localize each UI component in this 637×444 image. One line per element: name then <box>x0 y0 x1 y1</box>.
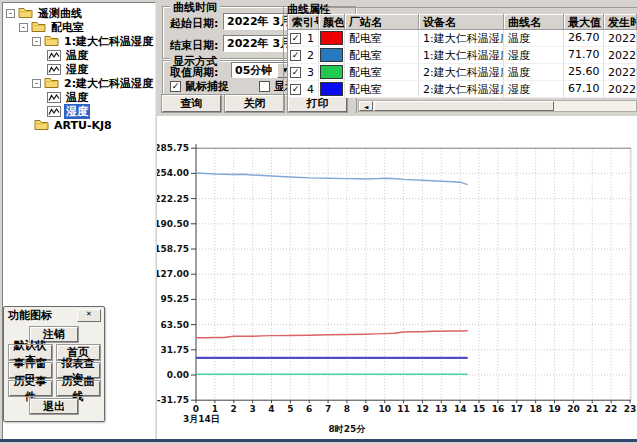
tree-item[interactable]: 温度 <box>3 48 155 62</box>
function-button-历史曲线[interactable]: 历史曲线 <box>57 381 100 396</box>
query-button[interactable]: 查询 <box>162 95 221 112</box>
row-checkbox[interactable]: ✓ <box>290 33 301 44</box>
y-axis-label: 190.50 <box>157 219 189 229</box>
table-row[interactable]: ✓4配电室2:建大仁科温湿度湿度67.102022年3 <box>288 81 637 98</box>
x-axis-label: 16 <box>492 404 505 414</box>
x-axis-label: 19 <box>548 404 561 414</box>
row-checkbox[interactable]: ✓ <box>290 50 301 61</box>
x-axis-label: 12 <box>416 404 429 414</box>
tree-item[interactable]: 湿度 <box>3 62 155 76</box>
curve-color-swatch <box>320 48 343 62</box>
scrollbar-thumb[interactable] <box>374 101 554 111</box>
scroll-left-icon[interactable]: ◄ <box>359 101 373 111</box>
tree-item-label: 温度 <box>64 90 90 105</box>
folder-icon <box>34 119 49 131</box>
properties-left-divider <box>283 7 284 112</box>
tree-item[interactable]: -2:建大仁科温湿度 <box>3 76 155 90</box>
time-cell: 2022年3 <box>604 64 637 81</box>
row-checkbox[interactable]: ✓ <box>290 67 301 78</box>
function-button-退出[interactable]: 退出 <box>30 399 78 414</box>
tree-item-label: 2:建大仁科温湿度 <box>62 76 155 91</box>
close-button[interactable]: 关闭 <box>225 95 284 112</box>
color-cell <box>319 64 345 81</box>
function-panel-titlebar[interactable]: 功能图标 ✕ <box>4 307 104 323</box>
tree-item[interactable]: 温度 <box>3 90 155 104</box>
chart-icon <box>47 50 61 61</box>
y-axis-label: -31.75 <box>157 395 189 405</box>
main-window: { "ui_colors": {"background": "#d6d3ce",… <box>0 0 637 444</box>
tree-expander-icon[interactable]: - <box>19 23 28 32</box>
table-header-cell[interactable]: 设备名 <box>419 14 504 30</box>
mouse-capture-checkbox[interactable]: ✓ 鼠标捕捉 <box>170 79 229 94</box>
table-header-cell[interactable]: 厂站名 <box>345 14 419 30</box>
y-axis-label: 31.75 <box>161 345 189 355</box>
curve-properties-table: 索引号颜色厂站名设备名曲线名最大值发生时间✓1配电室1:建大仁科温湿度温度26.… <box>287 14 637 98</box>
table-header-cell[interactable]: 最大值 <box>564 14 604 30</box>
x-axis-label: 20 <box>567 404 580 414</box>
table-header-cell[interactable]: 发生时间 <box>604 14 637 30</box>
y-axis-label: 95.25 <box>161 294 189 304</box>
time-cell: 2022年3 <box>604 30 637 47</box>
time-cell: 2022年3 <box>604 47 637 64</box>
tree-expander-icon[interactable]: - <box>6 9 15 18</box>
x-axis-label: 21 <box>586 404 599 414</box>
x-axis-label: 11 <box>397 404 410 414</box>
tree-item-label: 配电室 <box>49 20 86 35</box>
max-value-cell: 25.60 <box>564 64 604 81</box>
tree-item[interactable]: -配电室 <box>3 20 155 34</box>
table-row[interactable]: ✓1配电室1:建大仁科温湿度温度26.702022年3 <box>288 30 637 47</box>
tree-item-label: ARTU-KJ8 <box>52 119 114 132</box>
table-header-cell[interactable]: 颜色 <box>319 14 345 30</box>
end-date-label: 结束日期: <box>170 38 218 53</box>
y-axis-label: 63.50 <box>161 320 189 330</box>
tree-expander-icon[interactable]: - <box>32 37 41 46</box>
trend-chart-svg: 285.75254.00222.25190.50158.75127.0095.2… <box>157 116 637 440</box>
tree-item[interactable]: -遥测曲线 <box>3 6 155 20</box>
x-axis-label: 5 <box>287 404 293 414</box>
x-axis-label: 17 <box>511 404 524 414</box>
table-row[interactable]: ✓2配电室1:建大仁科温湿度湿度71.702022年3 <box>288 47 637 64</box>
y-axis-label: 127.00 <box>157 269 189 279</box>
function-panel-body: 注销默认状态首页事件窗口报表查询历史事件历史曲线退出 <box>4 323 104 414</box>
tree-item[interactable]: 湿度 <box>3 104 155 118</box>
function-button-历史事件[interactable]: 历史事件 <box>9 381 52 396</box>
x-axis-label: 2 <box>231 404 237 414</box>
properties-h-scrollbar[interactable]: ◄ <box>358 100 637 112</box>
index-cell: ✓2 <box>288 47 319 64</box>
tree-item[interactable]: ARTU-KJ8 <box>3 118 155 132</box>
max-value-cell: 26.70 <box>564 30 604 47</box>
max-value-cell: 67.10 <box>564 81 604 98</box>
table-header-cell[interactable]: 曲线名 <box>504 14 564 30</box>
row-checkbox[interactable]: ✓ <box>290 84 301 95</box>
table-row[interactable]: ✓3配电室2:建大仁科温湿度温度25.602022年3 <box>288 64 637 81</box>
curve-time-group-label: 曲线时间 <box>170 0 220 15</box>
function-panel-title: 功能图标 <box>8 308 52 323</box>
x-axis-label: 23 <box>624 404 637 414</box>
trend-chart: 285.75254.00222.25190.50158.75127.0095.2… <box>157 116 637 440</box>
curve-name-cell: 温度 <box>504 64 564 81</box>
x-axis-label: 22 <box>605 404 618 414</box>
series-line <box>196 173 468 185</box>
x-axis-label: 4 <box>268 404 274 414</box>
tree-expander-icon[interactable]: - <box>32 79 41 88</box>
tree-item-label: 湿度 <box>64 104 90 119</box>
y-axis-label: 222.25 <box>157 194 189 204</box>
x-axis-label: 10 <box>378 404 391 414</box>
tree-item[interactable]: -1:建大仁科温湿度 <box>3 34 155 48</box>
checkbox-checked-icon[interactable]: ✓ <box>170 81 181 92</box>
mouse-capture-label: 鼠标捕捉 <box>185 79 229 94</box>
color-cell <box>319 47 345 64</box>
curve-name-cell: 湿度 <box>504 81 564 98</box>
checkbox-unchecked-icon[interactable] <box>259 81 270 92</box>
curve-color-swatch <box>320 82 343 96</box>
station-cell: 配电室 <box>345 30 419 47</box>
x-axis-label: 1 <box>212 404 218 414</box>
folder-icon <box>31 21 46 33</box>
x-axis-label: 18 <box>529 404 542 414</box>
x-axis-date-label: 3月14日 <box>183 414 220 424</box>
device-cell: 2:建大仁科温湿度 <box>419 64 504 81</box>
sample-period-combo[interactable]: 05分钟 ▼ <box>231 62 295 78</box>
table-header-cell[interactable]: 索引号 <box>288 14 319 30</box>
function-button-row: 历史事件历史曲线 <box>4 381 104 396</box>
close-icon[interactable]: ✕ <box>77 309 101 322</box>
